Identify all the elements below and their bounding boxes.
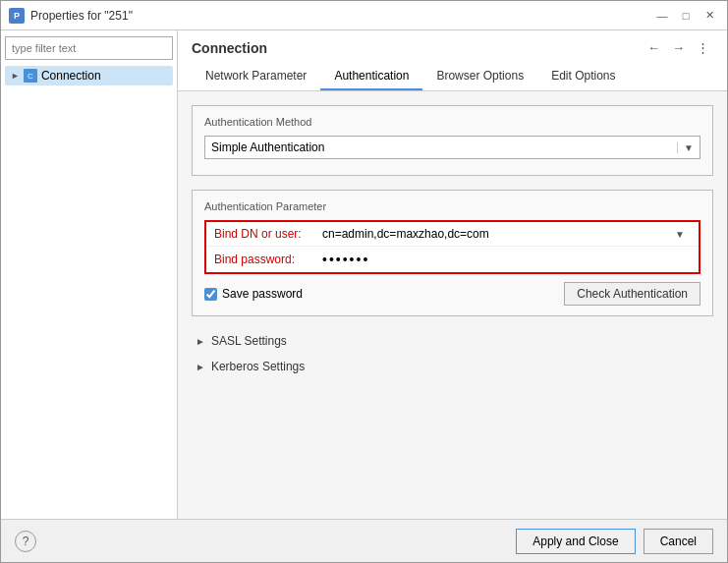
auth-method-row: ▼ <box>204 136 700 159</box>
help-button[interactable]: ? <box>15 531 36 552</box>
auth-param-section: Authentication Parameter Bind DN or user… <box>192 190 713 316</box>
save-password-checkbox[interactable] <box>204 288 217 301</box>
panel-body: Authentication Method ▼ Authentication P… <box>178 91 727 519</box>
bind-dn-label: Bind DN or user: <box>214 227 322 241</box>
bind-dn-row: Bind DN or user: cn=admin,dc=maxzhao,dc=… <box>206 222 699 247</box>
nav-menu-button[interactable]: ⋮ <box>693 38 713 57</box>
app-icon: P <box>9 8 25 24</box>
tab-authentication[interactable]: Authentication <box>320 63 422 90</box>
auth-method-input-wrap: ▼ <box>204 136 700 159</box>
check-auth-button[interactable]: Check Authentication <box>564 282 700 306</box>
nav-back-button[interactable]: ← <box>644 38 664 57</box>
auth-method-label: Authentication Method <box>204 116 700 128</box>
auth-param-label: Authentication Parameter <box>204 200 700 212</box>
auth-method-dropdown-icon[interactable]: ▼ <box>677 142 700 153</box>
apply-close-button[interactable]: Apply and Close <box>516 529 635 554</box>
save-password-wrap: Save password <box>204 287 303 301</box>
title-bar: P Properties for "251" — □ ✕ <box>1 1 727 30</box>
sidebar-item-connection[interactable]: ► C Connection <box>5 66 173 85</box>
sasl-settings-item[interactable]: ► SASL Settings <box>192 330 713 352</box>
cancel-button[interactable]: Cancel <box>644 529 713 554</box>
filter-input[interactable] <box>5 36 173 60</box>
actions-row: Save password Check Authentication <box>204 282 700 306</box>
bind-dn-dropdown-icon[interactable]: ▼ <box>669 229 691 240</box>
bind-pw-row: Bind password: <box>206 247 699 272</box>
main-content: ► C Connection Connection ← → ⋮ Network … <box>1 30 727 519</box>
sidebar: ► C Connection <box>1 30 178 519</box>
nav-arrows: ← → ⋮ <box>644 38 713 57</box>
tree-arrow-icon: ► <box>11 71 20 81</box>
sidebar-item-label: Connection <box>41 69 101 83</box>
window-title: Properties for "251" <box>30 9 133 23</box>
panel-title: Connection <box>192 40 267 56</box>
title-bar-left: P Properties for "251" <box>9 8 133 24</box>
close-button[interactable]: ✕ <box>700 6 719 26</box>
sasl-expand-icon: ► <box>196 336 205 347</box>
minimize-button[interactable]: — <box>652 6 672 26</box>
tab-browser-options[interactable]: Browser Options <box>422 63 537 90</box>
panel-header: Connection ← → ⋮ Network Parameter Authe… <box>178 30 727 91</box>
bind-pw-input[interactable] <box>322 252 691 267</box>
title-bar-controls: — □ ✕ <box>652 6 719 26</box>
footer-buttons: Apply and Close Cancel <box>516 529 713 554</box>
tabs: Network Parameter Authentication Browser… <box>192 63 713 90</box>
bind-dn-value: cn=admin,dc=maxzhao,dc=com <box>322 227 669 241</box>
bind-pw-label: Bind password: <box>214 253 322 266</box>
kerberos-settings-label: Kerberos Settings <box>211 360 305 373</box>
sasl-settings-label: SASL Settings <box>211 334 287 348</box>
kerberos-settings-item[interactable]: ► Kerberos Settings <box>192 356 713 377</box>
kerberos-expand-icon: ► <box>196 362 205 372</box>
tab-edit-options[interactable]: Edit Options <box>537 63 629 90</box>
footer: ? Apply and Close Cancel <box>1 519 727 562</box>
footer-left: ? <box>15 531 36 552</box>
auth-method-input[interactable] <box>205 137 677 158</box>
auth-param-box: Bind DN or user: cn=admin,dc=maxzhao,dc=… <box>204 220 700 274</box>
main-window: P Properties for "251" — □ ✕ ► C Connect… <box>0 0 728 563</box>
connection-icon: C <box>24 69 37 83</box>
maximize-button[interactable]: □ <box>676 6 696 26</box>
save-password-label: Save password <box>222 287 303 301</box>
nav-forward-button[interactable]: → <box>668 38 689 57</box>
auth-method-section: Authentication Method ▼ <box>192 105 713 176</box>
tab-network-parameter[interactable]: Network Parameter <box>192 63 320 90</box>
right-panel: Connection ← → ⋮ Network Parameter Authe… <box>178 30 727 519</box>
panel-header-row: Connection ← → ⋮ <box>192 38 713 57</box>
